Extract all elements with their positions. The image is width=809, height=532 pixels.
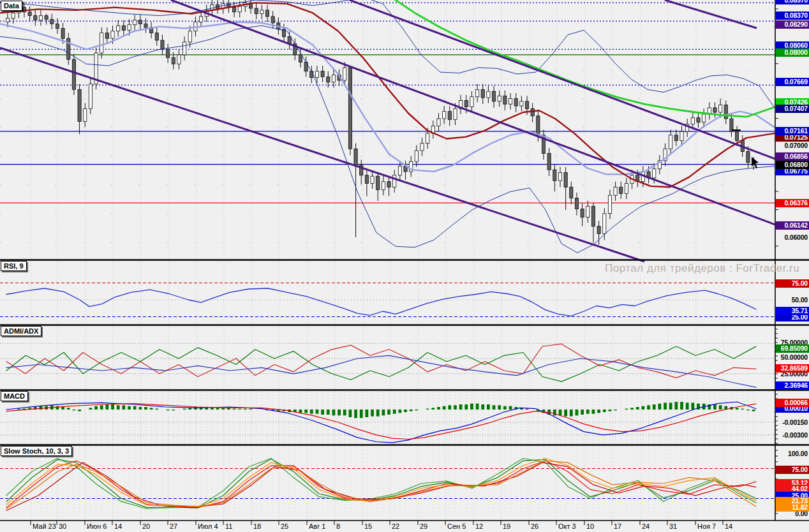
date-label: 11 [225,522,232,530]
price-axis-label: 0.06000 [776,233,809,242]
adx-axis-label: 69.85090 [776,344,809,353]
date-label: Июл 4 [198,522,218,530]
date-label: Сен 5 [447,522,466,530]
date-label: 31 [669,522,677,530]
date-label: 18 [253,522,261,530]
date-label: 24 [642,522,649,530]
date-label: Окт 3 [558,522,576,530]
date-label: 10 [586,522,594,530]
panel-title-stoch[interactable]: Slow Stoch, 10, 3, 3 [1,446,72,456]
date-label: Ноя 7 [697,522,716,530]
adx-axis-label: 32.86589 [776,364,809,373]
macd-axis-label: 0.00066 [776,399,809,407]
price-axis-label: 0.06376 [776,199,809,207]
date-label: 17 [614,522,621,530]
panel-title-adx[interactable]: ADMI/ADX [1,326,41,336]
date-label: Май 23 [33,522,56,530]
date-label: 22 [392,522,399,530]
price-axis-label: 0.07669 [776,78,809,86]
chart-window: Data RSI, 9 ADMI/ADX MACD Slow Stoch, 10… [0,0,809,532]
stoch-axis-label: 11.82 [776,503,809,512]
price-axis-label: 0.08000 [776,48,809,57]
rsi-axis-label: 75.00 [776,279,809,288]
panel-title-macd[interactable]: MACD [1,391,28,401]
date-label: 20 [142,522,150,530]
watermark: Портал для трейдеров : ForTrader.ru [605,262,799,275]
stoch-axis-label: 100.00 [776,450,809,458]
adx-axis-label: 2.36946 [776,381,809,390]
date-label: 30 [59,522,66,530]
adx-axis-label: 50.00000 [776,353,809,362]
panel-title-rsi[interactable]: RSI, 9 [1,261,27,271]
price-axis-label: 0.06142 [776,221,809,230]
panel-title-data[interactable]: Data [1,1,22,11]
date-label: 27 [170,522,177,530]
date-label: 14 [114,522,122,530]
price-axis-label: 0.08290 [776,20,809,29]
price-axis-label: 0.08570 [776,0,809,4]
price-axis-label: 0.07000 [776,142,809,150]
date-label: 25 [281,522,288,530]
macd-axis-label: -0.00150 [776,418,809,427]
price-axis-label: 0.07161 [776,127,809,135]
price-axis-label: 0.06800 [776,161,809,169]
date-label: 29 [420,522,427,530]
date-label: 14 [725,522,732,530]
rsi-axis-label: 35.71 [776,307,809,315]
date-label: 15 [364,522,372,530]
date-label: 8 [336,522,340,530]
date-label: 12 [475,522,483,530]
macd-axis-label: -0.00300 [776,431,809,440]
date-label: 26 [531,522,538,530]
stoch-axis-label: 75.00 [776,466,809,474]
rsi-axis-label: 50.00 [776,296,809,304]
price-axis-label: 0.06856 [776,152,809,161]
price-axis-label: 0.07407 [776,105,809,113]
date-label: Авг 1 [309,522,325,530]
date-label: 19 [503,522,510,530]
date-label: Июн 6 [87,522,107,530]
price-axis-label: 0.08370 [776,11,809,20]
